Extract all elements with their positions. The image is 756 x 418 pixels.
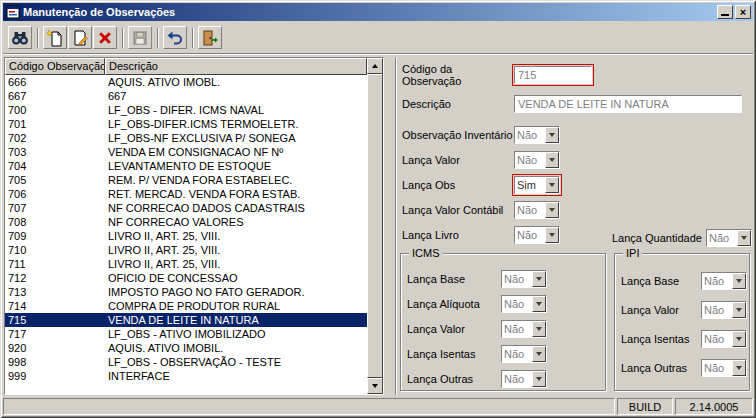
grid-row[interactable]: 703VENDA EM CONSIGNACAO NF Nº — [5, 145, 367, 159]
dropdown-lanca-outras[interactable]: Não — [501, 370, 547, 388]
vertical-scrollbar[interactable] — [367, 58, 383, 394]
chevron-down-icon[interactable] — [732, 360, 746, 376]
dropdown-lanca-livro[interactable]: Não — [514, 226, 560, 244]
grid-row[interactable]: 712OFICIO DE CONCESSAO — [5, 271, 367, 285]
chevron-down-icon[interactable] — [545, 127, 559, 143]
dropdown-lanca-obs[interactable]: Sim — [514, 176, 560, 194]
field-row: Lança AlíquotaNão — [407, 291, 605, 316]
chevron-down-icon[interactable] — [532, 371, 546, 387]
undo-button[interactable] — [163, 26, 187, 49]
toolbar-separator — [192, 28, 194, 48]
field-label: Lança Isentas — [621, 333, 701, 345]
dropdown-lanca-quantidade[interactable]: Não — [706, 229, 752, 247]
grid-row[interactable]: 708NF CORRECAO VALORES — [5, 215, 367, 229]
grid-row[interactable]: 667667 — [5, 89, 367, 103]
chevron-down-icon[interactable] — [732, 273, 746, 289]
grid-row[interactable]: 704LEVANTAMENTO DE ESTOQUE — [5, 159, 367, 173]
codigo-row: Código da Observação 715 — [402, 65, 752, 85]
grid-row[interactable]: 700LF_OBS - DIFER. ICMS NAVAL — [5, 103, 367, 117]
dropdown-lanca-valor[interactable]: Não — [514, 151, 560, 169]
dropdown-lanca-isentas[interactable]: Não — [701, 330, 747, 348]
grid-row[interactable]: 701LF_OBS-DIFER.ICMS TERMOELETR. — [5, 117, 367, 131]
dropdown-observacao-inventario[interactable]: Não — [514, 126, 560, 144]
chevron-down-icon[interactable] — [545, 202, 559, 218]
observations-grid: Código Observação Descrição 666AQUIS. AT… — [4, 57, 384, 395]
close-button[interactable]: × — [735, 5, 751, 19]
grid-row[interactable]: 717LF_OBS - ATIVO IMOBILIZADO — [5, 327, 367, 341]
grid-row[interactable]: 714COMPRA DE PRODUTOR RURAL — [5, 299, 367, 313]
cell-descricao: LF_OBS - ATIVO IMOBILIZADO — [105, 327, 367, 341]
field-row: Lança ValorNão — [402, 147, 752, 172]
dropdown-value: Não — [515, 227, 545, 243]
grid-row[interactable]: 707NF CORRECAO DADOS CADASTRAIS — [5, 201, 367, 215]
grid-row[interactable]: 706RET. MERCAD. VENDA FORA ESTAB. — [5, 187, 367, 201]
binoculars-icon — [11, 29, 29, 47]
edit-button[interactable] — [68, 26, 92, 49]
edit-record-icon — [71, 29, 89, 47]
grid-row[interactable]: 998LF_OBS - OBSERVAÇÃO - TESTE — [5, 355, 367, 369]
grid-row[interactable]: 705REM. P/ VENDA FORA ESTABELEC. — [5, 173, 367, 187]
titlebar[interactable]: Manutenção de Observações × — [3, 3, 753, 21]
column-header-descricao[interactable]: Descrição — [105, 58, 367, 75]
descricao-input[interactable]: VENDA DE LEITE IN NATURA — [514, 95, 742, 113]
dropdown-lanca-valor[interactable]: Não — [701, 301, 747, 319]
cell-codigo: 708 — [5, 215, 105, 229]
minimize-icon — [721, 14, 729, 16]
grid-row[interactable]: 709LIVRO II, ART. 25, VIII. — [5, 229, 367, 243]
dropdown-value: Não — [702, 273, 732, 289]
icms-groupbox: ICMS Lança BaseNãoLança AlíquotaNãoLança… — [400, 253, 606, 391]
cell-codigo: 998 — [5, 355, 105, 369]
app-window: Manutenção de Observações × — [0, 0, 756, 418]
grid-row[interactable]: 702LF_OBS-NF EXCLUSIVA P/ SONEGA — [5, 131, 367, 145]
chevron-down-icon[interactable] — [545, 177, 559, 193]
field-label: Observação Inventário — [402, 129, 514, 141]
cell-codigo: 920 — [5, 341, 105, 355]
cell-codigo: 711 — [5, 257, 105, 271]
undo-arrow-icon — [166, 29, 184, 47]
dropdown-lanca-base[interactable]: Não — [701, 272, 747, 290]
chevron-down-icon[interactable] — [545, 152, 559, 168]
app-icon — [6, 5, 20, 19]
grid-row[interactable]: 999INTERFACE — [5, 369, 367, 383]
dropdown-lanca-isentas[interactable]: Não — [501, 345, 547, 363]
scroll-down-button[interactable] — [367, 378, 383, 394]
chevron-down-icon[interactable] — [532, 346, 546, 362]
cell-codigo: 667 — [5, 89, 105, 103]
new-button[interactable] — [43, 26, 67, 49]
cell-codigo: 710 — [5, 243, 105, 257]
grid-row[interactable]: 666AQUIS. ATIVO IMOBL. — [5, 75, 367, 89]
dropdown-lanca-valor-contabil[interactable]: Não — [514, 201, 560, 219]
grid-row[interactable]: 710LIVRO II, ART. 25, VIII. — [5, 243, 367, 257]
chevron-down-icon[interactable] — [532, 321, 546, 337]
save-button[interactable] — [128, 26, 152, 49]
dropdown-value: Não — [502, 296, 532, 312]
grid-row[interactable]: 715VENDA DE LEITE IN NATURA — [5, 313, 367, 327]
grid-row[interactable]: 711LIVRO II, ART. 25, VIII. — [5, 257, 367, 271]
chevron-down-icon[interactable] — [737, 230, 751, 246]
cell-codigo: 705 — [5, 173, 105, 187]
chevron-down-icon[interactable] — [545, 227, 559, 243]
dropdown-lanca-outras[interactable]: Não — [701, 359, 747, 377]
status-panel-empty — [3, 398, 615, 415]
chevron-down-icon[interactable] — [732, 331, 746, 347]
grid-row[interactable]: 920AQUIS. ATIVO IMOBIL. — [5, 341, 367, 355]
field-label: Lança Valor — [402, 154, 514, 166]
scroll-thumb[interactable] — [367, 74, 383, 378]
cell-codigo: 717 — [5, 327, 105, 341]
dropdown-lanca-aliquota[interactable]: Não — [501, 295, 547, 313]
chevron-down-icon[interactable] — [532, 271, 546, 287]
codigo-observacao-input[interactable]: 715 — [514, 66, 592, 84]
scroll-up-button[interactable] — [367, 58, 383, 74]
field-row: Lança ValorNão — [621, 295, 749, 324]
find-button[interactable] — [8, 26, 32, 49]
chevron-down-icon[interactable] — [732, 302, 746, 318]
dropdown-lanca-base[interactable]: Não — [501, 270, 547, 288]
exit-button[interactable] — [198, 26, 222, 49]
dropdown-lanca-valor[interactable]: Não — [501, 320, 547, 338]
delete-button[interactable] — [93, 26, 117, 49]
grid-row[interactable]: 713IMPOSTO PAGO NO FATO GERADOR. — [5, 285, 367, 299]
chevron-down-icon[interactable] — [532, 296, 546, 312]
column-header-codigo[interactable]: Código Observação — [5, 58, 105, 75]
icms-groupbox-title: ICMS — [409, 247, 443, 259]
minimize-button[interactable] — [717, 5, 733, 19]
